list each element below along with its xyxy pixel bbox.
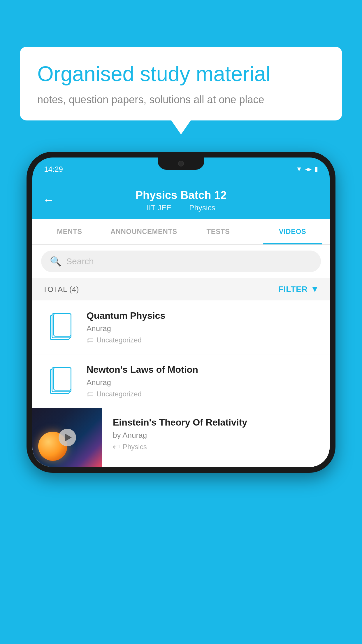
tag-icon: 🏷: [113, 443, 120, 451]
filter-button[interactable]: FILTER ▼: [278, 285, 319, 294]
subtitle-physics: Physics: [189, 203, 215, 212]
item-info: Quantum Physics Anurag 🏷 Uncategorized: [87, 310, 319, 344]
total-count: TOTAL (4): [43, 285, 79, 294]
speech-bubble-card: Organised study material notes, question…: [20, 47, 342, 120]
list-item[interactable]: Quantum Physics Anurag 🏷 Uncategorized: [32, 300, 330, 354]
batch-subtitle: IIT JEE Physics: [44, 203, 318, 212]
battery-icon: ▮: [314, 165, 318, 173]
bubble-title: Organised study material: [37, 62, 325, 85]
batch-title: Physics Batch 12: [44, 189, 318, 202]
search-bar[interactable]: 🔍 Search: [41, 251, 321, 272]
search-placeholder: Search: [66, 256, 94, 266]
wifi-icon: ▼: [296, 165, 302, 173]
file-icon-inner: [53, 367, 71, 391]
phone-screen: ← Physics Batch 12 IIT JEE Physics MENTS…: [32, 181, 330, 467]
einstein-thumbnail: [32, 408, 102, 467]
list-item[interactable]: Newton's Laws of Motion Anurag 🏷 Uncateg…: [32, 354, 330, 408]
tag-label: Uncategorized: [96, 390, 142, 398]
item-thumbnail: [43, 365, 78, 397]
item-title: Newton's Laws of Motion: [87, 364, 319, 375]
item-info: Newton's Laws of Motion Anurag 🏷 Uncateg…: [87, 364, 319, 398]
search-container: 🔍 Search: [32, 245, 330, 278]
subtitle-iit: IIT JEE: [147, 203, 171, 212]
phone-outer: 14:29 ▼ ◂▸ ▮ ← Physics Batch 12 IIT JEE …: [27, 152, 335, 473]
file-icon-inner: [53, 313, 71, 337]
camera-icon: [178, 161, 184, 167]
item-author: Anurag: [87, 378, 319, 387]
search-icon: 🔍: [50, 256, 61, 267]
filter-icon: ▼: [311, 285, 319, 294]
list-item[interactable]: Einstein's Theory Of Relativity by Anura…: [32, 408, 330, 467]
tag-icon: 🏷: [87, 336, 94, 344]
filter-label: FILTER: [278, 285, 308, 294]
tab-ments[interactable]: MENTS: [32, 219, 107, 244]
play-button[interactable]: [59, 429, 76, 446]
phone-mockup: 14:29 ▼ ◂▸ ▮ ← Physics Batch 12 IIT JEE …: [27, 152, 335, 473]
tag-icon: 🏷: [87, 390, 94, 398]
item-info: Einstein's Theory Of Relativity by Anura…: [102, 408, 330, 460]
item-title: Einstein's Theory Of Relativity: [113, 417, 319, 428]
item-tag: 🏷 Physics: [113, 443, 319, 451]
item-tag: 🏷 Uncategorized: [87, 390, 319, 398]
tab-videos[interactable]: VIDEOS: [255, 219, 330, 244]
app-header: ← Physics Batch 12 IIT JEE Physics: [32, 181, 330, 219]
tabs-bar: MENTS ANNOUNCEMENTS TESTS VIDEOS: [32, 219, 330, 245]
tag-label: Physics: [123, 443, 147, 451]
status-bar: 14:29 ▼ ◂▸ ▮: [32, 158, 330, 181]
file-icon: [50, 314, 71, 340]
file-icon: [50, 368, 71, 394]
item-author: by Anurag: [113, 431, 319, 440]
bubble-subtitle: notes, question papers, solutions all at…: [37, 94, 325, 106]
status-time: 14:29: [44, 165, 63, 174]
filter-row: TOTAL (4) FILTER ▼: [32, 278, 330, 300]
tag-label: Uncategorized: [96, 336, 142, 344]
tab-announcements[interactable]: ANNOUNCEMENTS: [107, 219, 181, 244]
signal-icon: ◂▸: [305, 165, 312, 173]
item-author: Anurag: [87, 324, 319, 333]
item-thumbnail: [43, 311, 78, 343]
tab-tests[interactable]: TESTS: [181, 219, 255, 244]
notch: [158, 158, 204, 170]
item-tag: 🏷 Uncategorized: [87, 336, 319, 344]
status-icons: ▼ ◂▸ ▮: [296, 165, 318, 173]
play-icon: [65, 433, 72, 442]
video-list: Quantum Physics Anurag 🏷 Uncategorized: [32, 300, 330, 467]
item-title: Quantum Physics: [87, 310, 319, 321]
back-button[interactable]: ←: [43, 193, 55, 206]
